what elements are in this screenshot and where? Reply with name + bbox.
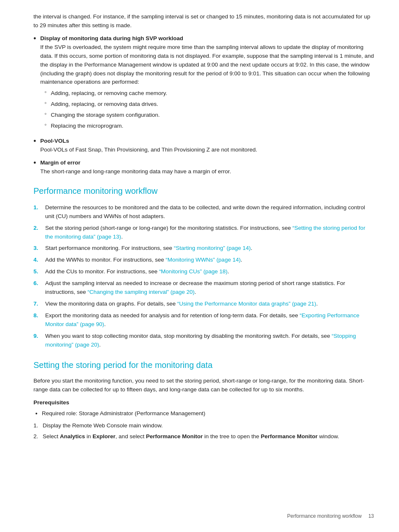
prereq-step-text-1: Display the Remote Web Console main wind… — [43, 421, 163, 430]
storing-intro: Before you start the monitoring function… — [33, 377, 374, 394]
workflow-item-3: 3. Start performance monitoring. For ins… — [33, 244, 374, 253]
workflow-item-2: 2. Set the storing period (short-range o… — [33, 224, 374, 242]
workflow-item-7: 7. View the monitoring data on graphs. F… — [33, 300, 374, 308]
workflow-text-3: Start performance monitoring. For instru… — [45, 244, 374, 253]
prereq-step-num-1: 1. — [33, 421, 43, 430]
workflow-link-3[interactable]: “Starting monitoring” (page 14) — [174, 245, 251, 251]
workflow-text-6: Adjust the sampling interval as needed t… — [45, 279, 374, 297]
workflow-item-1: 1. Determine the resources to be monitor… — [33, 203, 374, 221]
page-footer: Performance monitoring workflow 13 — [287, 512, 374, 520]
prereq-bullet-1: Required role: Storage Administrator (Pe… — [42, 409, 374, 418]
workflow-item-5: 5. Add the CUs to monitor. For instructi… — [33, 267, 374, 276]
prereq-bold-perfmonitor2: Performance Monitor — [261, 433, 318, 439]
workflow-num-1: 1. — [33, 203, 45, 212]
sub-bullet-text-3: Changing the storage system configuratio… — [51, 111, 160, 120]
bullet-label-1: Display of monitoring data during high S… — [40, 35, 183, 41]
workflow-text-2: Set the storing period (short-range or l… — [45, 224, 374, 242]
workflow-num-5: 5. — [33, 267, 45, 276]
prereq-step-num-2: 2. — [33, 432, 43, 441]
bullet-body-3: The short-range and long-range monitorin… — [40, 168, 231, 175]
workflow-num-8: 8. — [33, 311, 45, 320]
bullet-content-3: Margin of error The short-range and long… — [40, 159, 374, 176]
sub-bullet-item-2: ° Adding, replacing, or removing data dr… — [44, 100, 374, 109]
bullet-dot-2: • — [33, 136, 36, 146]
footer-label: Performance monitoring workflow — [287, 512, 362, 520]
bullet-dot-1: • — [33, 33, 36, 44]
workflow-link-7[interactable]: “Using the Performance Monitor data grap… — [177, 301, 316, 307]
workflow-heading: Performance monitoring workflow — [33, 185, 374, 198]
sub-bullet-text-4: Replacing the microprogram. — [51, 122, 123, 131]
workflow-text-5: Add the CUs to monitor. For instructions… — [45, 267, 374, 276]
prereq-bold-analytics: Analytics — [60, 433, 85, 439]
sub-bullet-dot-2: ° — [44, 100, 46, 108]
prerequisites-label: Prerequisites — [33, 398, 374, 407]
storing-heading: Setting the storing period for the monit… — [33, 359, 374, 372]
bullet-label-3: Margin of error — [40, 159, 80, 166]
workflow-num-2: 2. — [33, 224, 45, 233]
prereq-bold-perfmonitor: Performance Monitor — [146, 433, 203, 439]
bullet-dot-3: • — [33, 158, 36, 168]
sub-bullet-dot-4: ° — [44, 122, 46, 130]
workflow-text-9: When you want to stop collecting monitor… — [45, 332, 374, 350]
workflow-text-4: Add the WWNs to monitor. For instruction… — [45, 256, 374, 265]
workflow-link-5[interactable]: “Monitoring CUs” (page 18) — [159, 268, 228, 275]
bullet-item-3: • Margin of error The short-range and lo… — [33, 159, 374, 176]
bullet-content-2: Pool-VOLs Pool-VOLs of Fast Snap, Thin P… — [40, 137, 374, 154]
workflow-num-3: 3. — [33, 244, 45, 253]
prereq-step-text-2: Select Analytics in Explorer, and select… — [43, 432, 339, 441]
workflow-num-4: 4. — [33, 256, 45, 265]
workflow-text-8: Export the monitoring data as needed for… — [45, 311, 374, 329]
workflow-num-9: 9. — [33, 332, 45, 341]
prereq-bold-explorer: Explorer — [92, 433, 115, 439]
prereq-step-2: 2. Select Analytics in Explorer, and sel… — [33, 432, 374, 441]
sub-bullet-dot-1: ° — [44, 89, 46, 98]
workflow-text-1: Determine the resources to be monitored … — [45, 203, 374, 221]
prereq-list: Required role: Storage Administrator (Pe… — [42, 409, 374, 418]
sub-bullet-dot-3: ° — [44, 111, 46, 119]
footer-page: 13 — [368, 512, 374, 520]
bullet-label-2: Pool-VOLs — [40, 138, 69, 144]
bullet-body-1: If the SVP is overloaded, the system mig… — [40, 44, 374, 85]
bullet-body-2: Pool-VOLs of Fast Snap, Thin Provisionin… — [40, 146, 257, 153]
prereq-step-1: 1. Display the Remote Web Console main w… — [33, 421, 374, 430]
sub-bullet-text-2: Adding, replacing, or removing data driv… — [51, 100, 159, 109]
bullet-item-1: • Display of monitoring data during high… — [33, 34, 374, 133]
intro-paragraph: the interval is changed. For instance, i… — [33, 13, 374, 30]
workflow-item-8: 8. Export the monitoring data as needed … — [33, 311, 374, 329]
workflow-link-6[interactable]: “Changing the sampling interval” (page 2… — [87, 289, 194, 295]
bullet-content-1: Display of monitoring data during high S… — [40, 34, 374, 133]
workflow-list: 1. Determine the resources to be monitor… — [33, 203, 374, 350]
sub-bullet-item-4: ° Replacing the microprogram. — [44, 122, 374, 131]
workflow-link-4[interactable]: “Monitoring WWNs” (page 14) — [166, 257, 240, 263]
sub-bullet-item-1: ° Adding, replacing, or removing cache m… — [44, 89, 374, 98]
workflow-item-4: 4. Add the WWNs to monitor. For instruct… — [33, 256, 374, 265]
prereq-steps: 1. Display the Remote Web Console main w… — [33, 421, 374, 441]
sub-bullet-item-3: ° Changing the storage system configurat… — [44, 111, 374, 120]
bullet-item-2: • Pool-VOLs Pool-VOLs of Fast Snap, Thin… — [33, 137, 374, 154]
sub-bullet-list-1: ° Adding, replacing, or removing cache m… — [44, 89, 374, 131]
workflow-num-7: 7. — [33, 300, 45, 308]
workflow-item-6: 6. Adjust the sampling interval as neede… — [33, 279, 374, 297]
workflow-item-9: 9. When you want to stop collecting moni… — [33, 332, 374, 350]
workflow-num-6: 6. — [33, 279, 45, 288]
sub-bullet-text-1: Adding, replacing, or removing cache mem… — [51, 89, 167, 98]
bullet-section: • Display of monitoring data during high… — [33, 34, 374, 176]
workflow-text-7: View the monitoring data on graphs. For … — [45, 300, 374, 308]
